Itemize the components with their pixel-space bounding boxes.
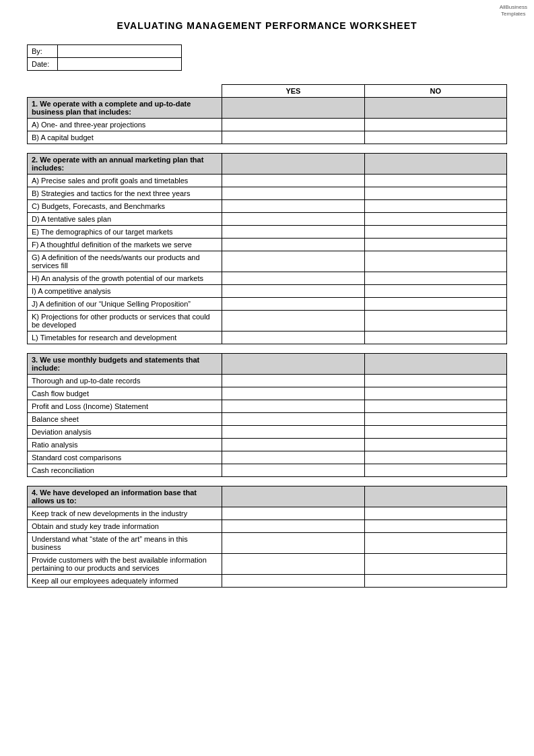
section-header-yes-2 [222, 154, 364, 175]
item-no-4-1[interactable] [364, 507, 506, 520]
by-value[interactable] [57, 45, 181, 58]
item-label-4-5: Keep all our employees adequately inform… [28, 575, 222, 588]
item-yes-3-5[interactable] [222, 426, 364, 439]
item-no-2-1[interactable] [364, 175, 506, 187]
item-label-1-2: B) A capital budget [28, 131, 222, 144]
item-no-2-11[interactable] [364, 311, 506, 332]
table-row: Keep track of new developments in the in… [28, 507, 507, 520]
item-yes-2-4[interactable] [222, 213, 364, 226]
item-yes-3-2[interactable] [222, 387, 364, 400]
item-yes-2-6[interactable] [222, 239, 364, 251]
item-yes-3-7[interactable] [222, 451, 364, 464]
section-header-yes-3 [222, 354, 364, 375]
item-no-4-3[interactable] [364, 533, 506, 554]
table-row: A) One- and three-year projections [28, 119, 507, 131]
item-yes-2-1[interactable] [222, 175, 364, 187]
item-yes-1-1[interactable] [222, 119, 364, 131]
section-header-1: 1. We operate with a complete and up-to-… [28, 98, 507, 119]
item-yes-3-6[interactable] [222, 439, 364, 451]
item-label-2-10: J) A definition of our “Unique Selling P… [28, 298, 222, 311]
item-yes-3-1[interactable] [222, 375, 364, 387]
table-row: G) A definition of the needs/wants our p… [28, 251, 507, 272]
item-yes-3-8[interactable] [222, 464, 364, 477]
table-row: Ratio analysis [28, 439, 507, 451]
item-yes-2-9[interactable] [222, 285, 364, 298]
table-row: K) Projections for other products or ser… [28, 311, 507, 332]
item-label-4-3: Understand what “state of the art” means… [28, 533, 222, 554]
item-label-4-1: Keep track of new developments in the in… [28, 507, 222, 520]
item-no-2-8[interactable] [364, 272, 506, 285]
item-yes-4-4[interactable] [222, 554, 364, 575]
item-no-2-7[interactable] [364, 251, 506, 272]
item-label-2-2: B) Strategies and tactics for the next t… [28, 187, 222, 200]
item-no-2-10[interactable] [364, 298, 506, 311]
table-row: Keep all our employees adequately inform… [28, 575, 507, 588]
table-row: F) A thoughtful definition of the market… [28, 239, 507, 251]
item-no-2-6[interactable] [364, 239, 506, 251]
section-header-yes-4 [222, 486, 364, 507]
item-yes-2-10[interactable] [222, 298, 364, 311]
spacer-row-2 [28, 344, 507, 354]
section-header-label-1: 1. We operate with a complete and up-to-… [28, 98, 222, 119]
item-no-2-3[interactable] [364, 200, 506, 213]
item-no-1-2[interactable] [364, 131, 506, 144]
item-yes-2-8[interactable] [222, 272, 364, 285]
item-label-2-6: F) A thoughtful definition of the market… [28, 239, 222, 251]
item-yes-3-4[interactable] [222, 413, 364, 426]
item-label-1-1: A) One- and three-year projections [28, 119, 222, 131]
item-no-3-3[interactable] [364, 400, 506, 413]
section-header-4: 4. We have developed an information base… [28, 486, 507, 507]
item-no-4-4[interactable] [364, 554, 506, 575]
item-yes-4-5[interactable] [222, 575, 364, 588]
table-row: I) A competitive analysis [28, 285, 507, 298]
section-header-3: 3. We use monthly budgets and statements… [28, 354, 507, 375]
item-yes-4-2[interactable] [222, 520, 364, 533]
item-yes-3-3[interactable] [222, 400, 364, 413]
item-label-2-5: E) The demographics of our target market… [28, 226, 222, 239]
table-row: Profit and Loss (Income) Statement [28, 400, 507, 413]
item-no-4-5[interactable] [364, 575, 506, 588]
table-row: B) A capital budget [28, 131, 507, 144]
item-label-2-9: I) A competitive analysis [28, 285, 222, 298]
table-row: Obtain and study key trade information [28, 520, 507, 533]
by-label: By: [28, 45, 58, 58]
item-yes-2-11[interactable] [222, 311, 364, 332]
date-value[interactable] [57, 58, 181, 71]
item-no-3-4[interactable] [364, 413, 506, 426]
item-no-2-4[interactable] [364, 213, 506, 226]
item-no-3-6[interactable] [364, 439, 506, 451]
item-no-3-7[interactable] [364, 451, 506, 464]
item-no-3-1[interactable] [364, 375, 506, 387]
table-row: Cash flow budget [28, 387, 507, 400]
item-no-4-2[interactable] [364, 520, 506, 533]
brand-watermark: AllBusiness Templates [500, 4, 527, 18]
item-yes-2-2[interactable] [222, 187, 364, 200]
item-no-1-1[interactable] [364, 119, 506, 131]
item-yes-2-3[interactable] [222, 200, 364, 213]
item-yes-2-5[interactable] [222, 226, 364, 239]
section-header-label-2: 2. We operate with an annual marketing p… [28, 154, 222, 175]
item-label-2-8: H) An analysis of the growth potential o… [28, 272, 222, 285]
item-no-2-9[interactable] [364, 285, 506, 298]
by-date-table: By: Date: [27, 44, 182, 71]
section-header-no-2 [364, 154, 506, 175]
item-label-3-7: Standard cost comparisons [28, 451, 222, 464]
item-label-4-2: Obtain and study key trade information [28, 520, 222, 533]
item-yes-4-3[interactable] [222, 533, 364, 554]
table-row: A) Precise sales and profit goals and ti… [28, 175, 507, 187]
table-row: Thorough and up-to-date records [28, 375, 507, 387]
table-row: E) The demographics of our target market… [28, 226, 507, 239]
item-label-4-4: Provide customers with the best availabl… [28, 554, 222, 575]
item-yes-4-1[interactable] [222, 507, 364, 520]
table-row: B) Strategies and tactics for the next t… [28, 187, 507, 200]
item-no-3-5[interactable] [364, 426, 506, 439]
item-no-2-5[interactable] [364, 226, 506, 239]
item-yes-2-12[interactable] [222, 332, 364, 344]
item-yes-1-2[interactable] [222, 131, 364, 144]
item-yes-2-7[interactable] [222, 251, 364, 272]
item-label-3-4: Balance sheet [28, 413, 222, 426]
item-no-3-2[interactable] [364, 387, 506, 400]
item-no-2-12[interactable] [364, 332, 506, 344]
item-no-3-8[interactable] [364, 464, 506, 477]
item-no-2-2[interactable] [364, 187, 506, 200]
